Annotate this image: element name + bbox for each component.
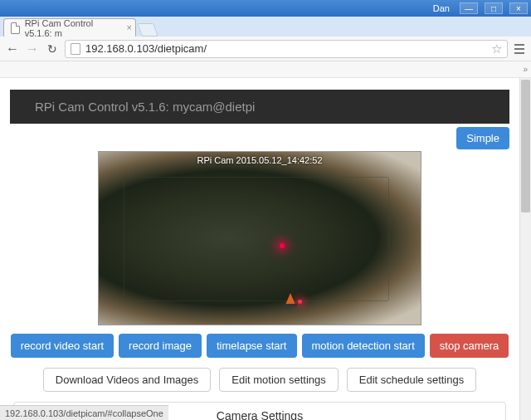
new-tab-button[interactable] — [137, 23, 158, 37]
bookmark-star-icon[interactable]: ☆ — [491, 42, 502, 56]
camera-led-icon — [298, 300, 302, 304]
window-titlebar: Dan — □ × — [0, 0, 531, 17]
browser-tab[interactable]: RPi Cam Control v5.1.6: m × — [3, 18, 136, 37]
edit-motion-settings-button[interactable]: Edit motion settings — [219, 368, 338, 392]
reload-button[interactable]: ↻ — [45, 42, 60, 56]
tab-title: RPi Cam Control v5.1.6: m — [25, 18, 119, 38]
browser-menu-button[interactable] — [513, 42, 526, 56]
page-viewport: ▴ RPi Cam Control v5.1.6: mycam@dietpi S… — [0, 78, 531, 420]
app-title: RPi Cam Control v5.1.6: mycam@dietpi — [35, 100, 255, 114]
camera-cone-icon — [285, 293, 295, 305]
status-url: 192.168.0.103/dietpicam/#collapseOne — [5, 408, 163, 418]
secondary-action-row: Download Videos and Images Edit motion s… — [10, 368, 509, 392]
back-button[interactable]: ← — [5, 42, 20, 56]
bookmark-overflow-icon[interactable]: » — [523, 65, 528, 74]
page-content: RPi Cam Control v5.1.6: mycam@dietpi Sim… — [0, 90, 519, 420]
url-text: 192.168.0.103/dietpicam/ — [85, 42, 486, 55]
window-maximize-button[interactable]: □ — [485, 2, 503, 14]
record-image-button[interactable]: record image — [119, 334, 202, 358]
browser-tabstrip: RPi Cam Control v5.1.6: m × — [0, 17, 531, 37]
camera-live-view[interactable]: RPi Cam 2015.05.12_14:42:52 — [98, 151, 421, 325]
page-icon — [71, 43, 80, 55]
record-video-button[interactable]: record video start — [11, 334, 114, 358]
browser-status-bar: 192.168.0.103/dietpicam/#collapseOne — [0, 405, 168, 420]
camera-settings-link[interactable]: Camera Settings — [217, 409, 303, 420]
window-user: Dan — [433, 3, 450, 13]
simple-mode-button[interactable]: Simple — [456, 127, 509, 149]
edit-schedule-settings-button[interactable]: Edit schedule settings — [347, 368, 476, 392]
tab-close-icon[interactable]: × — [127, 22, 132, 32]
page-icon — [11, 22, 20, 34]
window-minimize-button[interactable]: — — [460, 2, 478, 14]
primary-action-row: record video start record image timelaps… — [10, 334, 509, 358]
camera-overlay-timestamp: RPi Cam 2015.05.12_14:42:52 — [197, 155, 322, 165]
camera-led-icon — [280, 243, 285, 248]
timelapse-button[interactable]: timelapse start — [207, 334, 297, 358]
forward-button[interactable]: → — [25, 42, 40, 56]
browser-toolbar: ← → ↻ 192.168.0.103/dietpicam/ ☆ — [0, 37, 531, 61]
app-header: RPi Cam Control v5.1.6: mycam@dietpi — [10, 90, 509, 124]
download-button[interactable]: Download Videos and Images — [43, 368, 212, 392]
window-close-button[interactable]: × — [509, 2, 528, 14]
bookmark-bar: » — [0, 61, 531, 78]
scrollbar[interactable]: ▴ — [519, 78, 531, 420]
motion-detection-button[interactable]: motion detection start — [302, 334, 425, 358]
address-bar[interactable]: 192.168.0.103/dietpicam/ ☆ — [65, 40, 508, 58]
camera-subject — [124, 177, 389, 301]
stop-camera-button[interactable]: stop camera — [430, 334, 509, 358]
scrollbar-thumb[interactable] — [521, 80, 530, 212]
